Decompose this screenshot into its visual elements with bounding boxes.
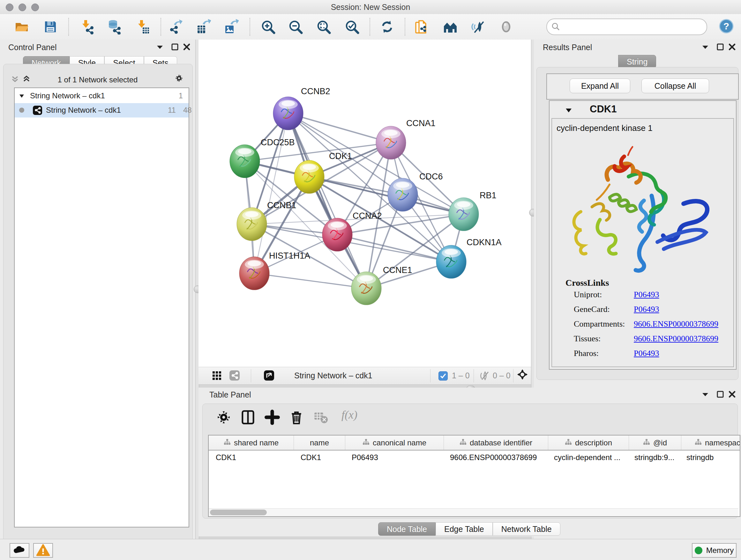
detach-view-icon[interactable]	[264, 370, 274, 381]
crosslink-value-link[interactable]: P06493	[634, 290, 659, 299]
table-cell[interactable]: stringdb:9...	[627, 450, 679, 465]
crosslink-value-link[interactable]: P06493	[634, 349, 659, 358]
status-bar: Memory	[0, 539, 741, 560]
column-header-label: namespace	[705, 438, 740, 447]
crosslink-value-link[interactable]: P06493	[634, 305, 659, 314]
expand-all-button[interactable]: Expand All	[569, 78, 630, 93]
delete-column-icon[interactable]	[288, 409, 305, 425]
function-builder-icon[interactable]: f(x)	[335, 407, 364, 423]
open-session-icon[interactable]	[14, 19, 29, 35]
show-all-icon[interactable]	[498, 19, 514, 35]
undock-panel-icon[interactable]	[715, 389, 726, 400]
table-hscrollbar-thumb[interactable]	[210, 509, 267, 515]
column-header-label: name	[310, 438, 329, 447]
column-header-database-identifier[interactable]: database identifier	[444, 435, 548, 450]
collection-expand-icon[interactable]	[18, 93, 25, 99]
tab-network-table[interactable]: Network Table	[493, 522, 560, 536]
crosslink-label: Tissues:	[574, 334, 634, 344]
network-graph[interactable]: CCNB2CCNA1CDC25BCDK1CDC6RB1CCNB1CCNA2CDK…	[199, 40, 531, 367]
search-input[interactable]	[563, 20, 702, 33]
warning-status-icon[interactable]	[33, 543, 53, 558]
table-settings-icon[interactable]	[215, 409, 232, 425]
column-header-name[interactable]: name	[294, 435, 345, 450]
node-label: RB1	[480, 191, 496, 200]
collapse-all-button[interactable]: Collapse All	[642, 78, 709, 93]
import-network-database-icon[interactable]	[106, 19, 121, 35]
column-header-@id[interactable]: @id	[629, 435, 681, 450]
table-row[interactable]: CDK1CDK1P064939606.ENSP00000378699cyclin…	[209, 450, 740, 465]
column-header-canonical-name[interactable]: canonical name	[345, 435, 444, 450]
network-node-CDKN1A[interactable]: CDKN1A	[436, 238, 502, 278]
network-collection-row[interactable]: String Network – cdk1 1	[15, 89, 189, 103]
save-session-icon[interactable]	[43, 19, 58, 35]
birds-eye-view-icon[interactable]	[517, 369, 528, 380]
close-panel-icon[interactable]	[727, 389, 738, 400]
tab-string[interactable]: String	[618, 55, 656, 68]
first-neighbors-icon[interactable]	[443, 19, 458, 35]
import-table-icon[interactable]	[135, 19, 150, 35]
network-canvas[interactable]: CCNB2CCNA1CDC25BCDK1CDC6RB1CCNB1CCNA2CDK…	[199, 40, 531, 367]
selected-indicator-checkbox[interactable]	[439, 371, 448, 381]
entry-collapse-icon[interactable]	[565, 107, 572, 114]
export-network-icon[interactable]	[167, 19, 183, 35]
network-edge[interactable]	[288, 113, 366, 288]
zoom-in-icon[interactable]	[260, 19, 276, 35]
network-edge[interactable]	[254, 273, 366, 288]
network-node-CCNB1[interactable]: CCNB1	[237, 200, 296, 241]
network-view-share-icon[interactable]	[229, 370, 240, 381]
network-node-HIST1H1A[interactable]: HIST1H1A	[239, 251, 310, 290]
network-options-gear-icon[interactable]	[174, 73, 185, 84]
tab-node-table[interactable]: Node Table	[378, 522, 435, 536]
show-columns-icon[interactable]	[239, 409, 257, 425]
shared-column-icon	[460, 438, 467, 447]
memory-button[interactable]: Memory	[692, 543, 737, 558]
clone-network-icon[interactable]	[414, 19, 429, 35]
network-row-selected[interactable]: String Network – cdk1 11 48	[15, 103, 189, 118]
hide-selected-icon[interactable]	[470, 19, 485, 35]
toolbar-separator	[405, 18, 405, 36]
grid-view-icon[interactable]	[211, 370, 222, 381]
help-icon[interactable]: ?	[719, 18, 734, 34]
network-view-toolbar: String Network – cdk1 1 – 0 0 – 0	[199, 367, 531, 385]
refresh-layout-icon[interactable]	[380, 19, 395, 35]
zoom-selected-icon[interactable]	[344, 19, 360, 35]
crosslink-value-link[interactable]: 9606.ENSP00000378699	[634, 334, 718, 343]
table-panel: Table Panel f(x) shared namenamecanonica…	[199, 388, 741, 537]
export-image-icon[interactable]	[223, 19, 239, 35]
network-node-CCNA2[interactable]: CCNA2	[322, 211, 382, 251]
import-network-file-icon[interactable]	[79, 19, 94, 35]
table-cell[interactable]: stringdb	[679, 450, 740, 465]
table-cell[interactable]: CDK1	[209, 450, 293, 465]
toolbar-separator	[160, 18, 161, 36]
export-table-icon[interactable]	[196, 19, 211, 35]
column-header-label: canonical name	[373, 438, 426, 447]
close-panel-icon[interactable]	[727, 42, 738, 52]
table-cell[interactable]: cyclin-dependent ...	[547, 450, 627, 465]
add-column-icon[interactable]	[264, 409, 281, 425]
tab-edge-table[interactable]: Edge Table	[435, 522, 493, 536]
network-node-CCNA1[interactable]: CCNA1	[376, 118, 435, 159]
float-panel-icon[interactable]	[700, 42, 711, 52]
crosslink-row: Uniprot:P06493	[574, 290, 727, 300]
undock-panel-icon[interactable]	[170, 42, 180, 52]
float-panel-icon[interactable]	[154, 42, 165, 52]
crosslink-value-link[interactable]: 9606.ENSP00000378699	[634, 319, 718, 328]
zoom-fit-icon[interactable]	[316, 19, 331, 35]
network-node-CCNE1[interactable]: CCNE1	[351, 265, 412, 305]
column-header-namespace[interactable]: namespace	[681, 435, 740, 450]
memory-label: Memory	[706, 546, 734, 555]
table-cell[interactable]: CDK1	[293, 450, 345, 465]
table-cell[interactable]: 9606.ENSP00000378699	[443, 450, 547, 465]
float-panel-icon[interactable]	[700, 389, 711, 400]
column-header-description[interactable]: description	[548, 435, 629, 450]
network-node-RB1[interactable]: RB1	[449, 191, 496, 231]
table-cell[interactable]: P06493	[345, 450, 443, 465]
cloud-status-icon[interactable]	[10, 543, 29, 558]
close-panel-icon[interactable]	[181, 42, 192, 52]
column-header-shared-name[interactable]: shared name	[209, 435, 294, 450]
crosslink-label: Compartments:	[574, 319, 634, 329]
zoom-out-icon[interactable]	[288, 19, 303, 35]
crosslink-label: Pharos:	[574, 349, 634, 358]
undock-panel-icon[interactable]	[715, 42, 726, 52]
delete-table-icon[interactable]	[312, 409, 329, 425]
